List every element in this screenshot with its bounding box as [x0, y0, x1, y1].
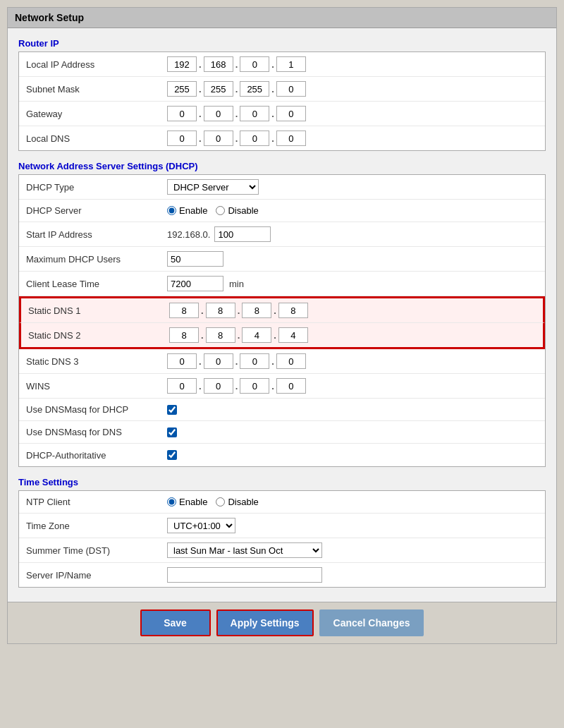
- max-users-control: [167, 251, 223, 267]
- ntp-disable-label[interactable]: Disable: [216, 497, 258, 507]
- max-users-label: Maximum DHCP Users: [26, 254, 167, 265]
- ntp-disable-radio[interactable]: [216, 497, 225, 506]
- static-dns3-octet1[interactable]: [167, 353, 197, 369]
- local-dns-row: Local DNS . . .: [19, 126, 545, 150]
- local-dns-label: Local DNS: [26, 133, 167, 144]
- dnsmasq-dhcp-row: Use DNSMasq for DHCP: [19, 399, 545, 421]
- summer-time-label: Summer Time (DST): [26, 545, 167, 556]
- static-dns3-octet2[interactable]: [204, 353, 233, 369]
- start-ip-label: Start IP Address: [26, 229, 167, 240]
- static-dns3-octet3[interactable]: [240, 353, 269, 369]
- subnet-mask-control: . . .: [167, 81, 306, 97]
- static-dns1-row: Static DNS 1 . . .: [19, 296, 545, 323]
- wins-octet4[interactable]: [276, 378, 306, 394]
- dhcp-enable-radio[interactable]: [167, 206, 176, 215]
- time-title: Time Settings: [18, 474, 546, 490]
- dhcp-title: Network Address Server Settings (DHCP): [18, 158, 546, 174]
- summer-time-select[interactable]: Disabled last Sun Mar - last Sun Oct las…: [167, 542, 322, 558]
- dhcp-type-row: DHCP Type DHCP Server DHCP Forwarder Dis…: [19, 175, 545, 200]
- dnsmasq-dhcp-checkbox[interactable]: [167, 405, 177, 415]
- dhcp-type-select[interactable]: DHCP Server DHCP Forwarder Disabled: [167, 179, 259, 195]
- cancel-changes-button[interactable]: Cancel Changes: [319, 609, 424, 636]
- subnet-octet3[interactable]: [240, 81, 269, 97]
- static-dns2-octet4[interactable]: [278, 327, 308, 343]
- wins-octet3[interactable]: [240, 378, 269, 394]
- dhcp-type-control: DHCP Server DHCP Forwarder Disabled: [167, 179, 259, 195]
- dnsmasq-dns-control: [167, 427, 177, 437]
- local-ip-octet3[interactable]: [240, 56, 269, 72]
- local-ip-row: Local IP Address . . .: [19, 52, 545, 77]
- local-dns-octet1[interactable]: [167, 131, 197, 146]
- server-ip-label: Server IP/Name: [26, 570, 167, 581]
- subnet-octet1[interactable]: [167, 81, 197, 97]
- static-dns1-octet4[interactable]: [278, 303, 308, 318]
- local-dns-octet2[interactable]: [204, 131, 233, 146]
- dnsmasq-dhcp-label: Use DNSMasq for DHCP: [26, 404, 167, 415]
- dhcp-server-label: DHCP Server: [26, 205, 167, 216]
- static-dns2-row: Static DNS 2 . . .: [19, 323, 545, 349]
- time-section-wrapper: Time Settings NTP Client Enable Disable: [18, 474, 546, 588]
- dhcp-authoritative-control: [167, 450, 177, 460]
- static-dns2-octet2[interactable]: [206, 327, 235, 343]
- static-dns1-octet1[interactable]: [169, 303, 199, 318]
- dnsmasq-dns-checkbox[interactable]: [167, 427, 177, 437]
- subnet-octet2[interactable]: [204, 81, 233, 97]
- wins-control: . . .: [167, 378, 306, 394]
- dhcp-server-row: DHCP Server Enable Disable: [19, 200, 545, 222]
- local-ip-label: Local IP Address: [26, 59, 167, 70]
- client-lease-input[interactable]: [167, 276, 223, 291]
- local-ip-octet1[interactable]: [167, 56, 197, 72]
- wins-label: WINS: [26, 381, 167, 392]
- save-button[interactable]: Save: [140, 609, 211, 636]
- ntp-enable-label[interactable]: Enable: [167, 497, 207, 507]
- static-dns1-control: . . .: [169, 303, 308, 318]
- dhcp-disable-radio[interactable]: [216, 206, 225, 215]
- local-dns-octet3[interactable]: [240, 131, 269, 146]
- dhcp-authoritative-label: DHCP-Authoritative: [26, 450, 167, 461]
- gateway-octet1[interactable]: [167, 106, 197, 121]
- local-dns-octet4[interactable]: [276, 131, 306, 146]
- static-dns1-octet3[interactable]: [242, 303, 271, 318]
- gateway-octet3[interactable]: [240, 106, 269, 121]
- client-lease-label: Client Lease Time: [26, 279, 167, 289]
- gateway-octet2[interactable]: [204, 106, 233, 121]
- start-ip-control: 192.168.0.: [167, 226, 271, 242]
- client-lease-row: Client Lease Time min: [19, 272, 545, 296]
- footer-bar: Save Apply Settings Cancel Changes: [8, 602, 556, 643]
- local-ip-dot1: .: [199, 59, 202, 70]
- time-zone-select[interactable]: UTC-12:00 UTC-11:00 UTC-10:00 UTC-09:00 …: [167, 518, 235, 533]
- local-ip-dot3: .: [271, 59, 274, 70]
- wins-octet2[interactable]: [204, 378, 233, 394]
- gateway-octet4[interactable]: [276, 106, 306, 121]
- client-lease-unit: min: [229, 279, 244, 289]
- server-ip-input[interactable]: [167, 567, 322, 583]
- wins-octet1[interactable]: [167, 378, 197, 394]
- router-ip-content: Local IP Address . . . Subnet Mask: [18, 51, 546, 151]
- dhcp-enable-label[interactable]: Enable: [167, 205, 207, 216]
- subnet-mask-row: Subnet Mask . . .: [19, 77, 545, 102]
- dhcp-server-control: Enable Disable: [167, 205, 259, 216]
- max-users-input[interactable]: [167, 251, 223, 267]
- server-ip-row: Server IP/Name: [19, 563, 545, 587]
- start-ip-last-octet[interactable]: [214, 226, 271, 242]
- local-ip-octet2[interactable]: [204, 56, 233, 72]
- local-ip-octet4[interactable]: [276, 56, 306, 72]
- ntp-enable-radio[interactable]: [167, 497, 176, 506]
- summer-time-control: Disabled last Sun Mar - last Sun Oct las…: [167, 542, 322, 558]
- subnet-octet4[interactable]: [276, 81, 306, 97]
- ntp-client-control: Enable Disable: [167, 497, 259, 507]
- apply-settings-button[interactable]: Apply Settings: [216, 609, 314, 636]
- gateway-control: . . .: [167, 106, 306, 121]
- static-dns3-label: Static DNS 3: [26, 356, 167, 367]
- dhcp-authoritative-checkbox[interactable]: [167, 450, 177, 460]
- static-dns2-octet3[interactable]: [242, 327, 271, 343]
- dhcp-disable-label[interactable]: Disable: [216, 205, 258, 216]
- time-zone-control: UTC-12:00 UTC-11:00 UTC-10:00 UTC-09:00 …: [167, 518, 235, 533]
- router-ip-section-wrapper: Router IP Local IP Address . . . S: [18, 35, 546, 151]
- static-dns1-label: Static DNS 1: [28, 305, 169, 316]
- local-dns-control: . . .: [167, 131, 306, 146]
- static-dns3-octet4[interactable]: [276, 353, 306, 369]
- static-dns2-octet1[interactable]: [169, 327, 199, 343]
- static-dns1-octet2[interactable]: [206, 303, 235, 318]
- summer-time-row: Summer Time (DST) Disabled last Sun Mar …: [19, 538, 545, 563]
